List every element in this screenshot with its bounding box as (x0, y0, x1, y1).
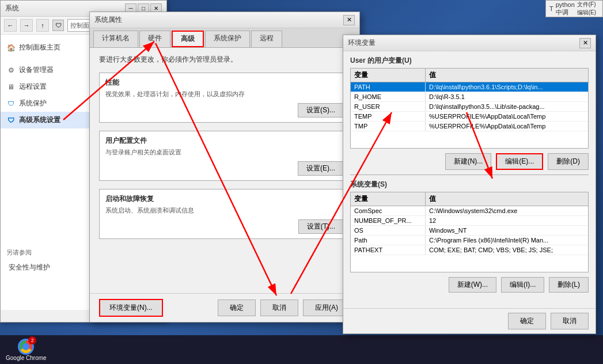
tab-hardware[interactable]: 硬件 (139, 31, 170, 47)
sidebar-remote-label: 远程设置 (19, 82, 47, 92)
user-row-temp[interactable]: TEMP %USERPROFILE%\AppData\Local\Temp (351, 112, 588, 122)
user-cell-rhome-var: R_HOME (351, 92, 426, 101)
sys-cell-path-val: C:\Program Files (x86)\Intel\Intel(R) Ma… (426, 236, 588, 245)
tab-computer-name[interactable]: 计算机名 (93, 31, 138, 47)
security-label: 安全性与维护 (9, 263, 50, 272)
see-also-label: 另请参阅 (6, 248, 89, 257)
performance-settings-button[interactable]: 设置(S)... (298, 103, 344, 117)
sidebar-device-label: 设备管理器 (19, 65, 54, 75)
tab-remote[interactable]: 远程 (251, 31, 282, 47)
sys-cell-path-var: Path (351, 236, 426, 245)
user-profile-settings-button[interactable]: 设置(E)... (298, 161, 344, 176)
user-cell-tmp-var: TMP (351, 122, 426, 131)
user-vars-table: 变量 值 PATH D:\lq\install\python3.6.1\Scri… (350, 68, 589, 149)
admin-notice: 要进行大多数更改，你必须作为管理员登录。 (99, 55, 350, 65)
sidebar-item-security[interactable]: 安全性与维护 (6, 259, 89, 276)
env-var-button[interactable]: 环境变量(N)... (99, 299, 163, 317)
startup-settings-button[interactable]: 设置(T)... (298, 219, 344, 234)
sys-cell-comspec-var: ComSpec (351, 206, 426, 215)
user-row-tmp[interactable]: TMP %USERPROFILE%\AppData\Local\Temp (351, 122, 588, 131)
edit-user-button[interactable]: 编辑(E)... (496, 153, 543, 170)
sys-cell-pathext-var: PATHEXT (351, 245, 426, 255)
sys-table-header: 变量 值 (351, 192, 588, 206)
sidebar-item-device-manager[interactable]: ⚙ 设备管理器 (1, 62, 95, 78)
advanced-icon: 🛡 (6, 116, 16, 125)
sys-props-dialog: 系统属性 ✕ 计算机名 硬件 高级 系统保护 远程 要进行大多数更改，你必须作为… (89, 12, 360, 323)
sys-buttons: 新建(W)... 编辑(I)... 删除(L) (343, 272, 596, 297)
taskbar-badge: 2 (28, 336, 36, 344)
sys-row-comspec[interactable]: ComSpec C:\Windows\system32\cmd.exe (351, 206, 588, 216)
sys-cell-num-var: NUMBER_OF_PR... (351, 216, 426, 225)
sys-row-pathext[interactable]: PATHEXT COM; EXE; BAT; CMD; VBS; VBE; JS… (351, 245, 588, 255)
sidebar-protection-label: 系统保护 (19, 98, 47, 108)
see-also-section: 另请参阅 安全性与维护 (1, 244, 95, 280)
sys-cell-os-var: OS (351, 226, 426, 235)
sys-col-val: 值 (426, 192, 588, 206)
ok-button[interactable]: 确定 (218, 299, 256, 316)
up-button[interactable]: ↑ (36, 19, 49, 32)
desktop: T python中调 文件(F) 编辑(E) 系统 ─ □ ✕ ← → ↑ 🛡 … (0, 0, 603, 364)
python-icon: T (549, 5, 553, 12)
footer-buttons: 确定 取消 应用(A) (218, 299, 350, 316)
user-table-header: 变量 值 (351, 69, 588, 82)
sys-cell-os-val: Windows_NT (426, 226, 588, 235)
delete-user-button[interactable]: 删除(D) (548, 153, 589, 170)
sidebar-item-advanced[interactable]: 🛡 高级系统设置 (1, 112, 95, 128)
user-cell-temp-var: TEMP (351, 112, 426, 121)
user-cell-temp-val: %USERPROFILE%\AppData\Local\Temp (426, 112, 588, 121)
shield-nav-icon: 🛡 (52, 20, 64, 31)
edit-sys-button[interactable]: 编辑(I)... (501, 277, 544, 293)
new-sys-button[interactable]: 新建(W)... (449, 277, 496, 293)
sys-cell-comspec-val: C:\Windows\system32\cmd.exe (426, 206, 588, 215)
python-window-hint: T python中调 文件(F) 编辑(E) (545, 0, 603, 17)
python-window-text: 文件(F) 编辑(E) (577, 1, 599, 17)
delete-sys-button[interactable]: 删除(L) (549, 277, 589, 293)
sidebar-item-home[interactable]: 🏠 控制面板主页 (1, 39, 95, 56)
startup-recovery-section: 启动和故障恢复 系统启动、系统崩溃和调试信息 设置(T)... (99, 189, 350, 239)
user-row-ruser[interactable]: R_USER D:\lq\install\python3.5...\Lib\si… (351, 102, 588, 112)
user-buttons: 新建(N)... 编辑(E)... 删除(D) (343, 149, 596, 175)
env-footer: 确定 取消 (343, 308, 596, 333)
user-profile-section: 用户配置文件 与登录账户相关的桌面设置 设置(E)... (99, 131, 350, 181)
performance-desc: 视觉效果，处理器计划，内存使用，以及虚拟内存 (105, 90, 344, 98)
user-col-var: 变量 (351, 69, 426, 82)
sidebar-home-label: 控制面板主页 (19, 43, 60, 52)
cancel-button[interactable]: 取消 (260, 299, 298, 316)
sys-cell-pathext-val: COM; EXE; BAT; CMD; VBS; VBE; JS; JSE; (426, 245, 588, 255)
sys-props-close[interactable]: ✕ (343, 15, 355, 25)
env-ok-button[interactable]: 确定 (508, 313, 546, 329)
tab-advanced[interactable]: 高级 (172, 31, 204, 47)
sys-row-path[interactable]: Path C:\Program Files (x86)\Intel\Intel(… (351, 236, 588, 245)
sys-vars-table: 变量 值 ComSpec C:\Windows\system32\cmd.exe… (350, 192, 589, 272)
user-cell-path-var: PATH (351, 82, 426, 92)
sys-row-num[interactable]: NUMBER_OF_PR... 12 (351, 216, 588, 226)
taskbar: 2 Google Chrome (0, 335, 603, 364)
performance-section: 性能 视觉效果，处理器计划，内存使用，以及虚拟内存 设置(S)... (99, 73, 350, 123)
python-title: python中调 (556, 1, 575, 17)
env-dialog-close[interactable]: ✕ (579, 38, 591, 48)
user-cell-tmp-val: %USERPROFILE%\AppData\Local\Temp (426, 122, 588, 131)
remote-icon: 🖥 (6, 82, 16, 92)
sidebar-item-remote[interactable]: 🖥 远程设置 (1, 78, 95, 95)
sys-props-body: 要进行大多数更改，你必须作为管理员登录。 性能 视觉效果，处理器计划，内存使用，… (90, 48, 359, 306)
env-dialog: 环境变量 ✕ User 的用户变量(U) 变量 值 PATH D:\lq\ins… (343, 35, 596, 334)
forward-button[interactable]: → (20, 19, 33, 32)
system-window-title: 系统 (5, 3, 19, 13)
tab-system-protection[interactable]: 系统保护 (205, 31, 250, 47)
new-user-button[interactable]: 新建(N)... (445, 153, 492, 170)
user-row-path[interactable]: PATH D:\lq\install\python3.6.1\Scripts;D… (351, 82, 588, 92)
env-cancel-button[interactable]: 取消 (551, 313, 589, 329)
user-cell-ruser-var: R_USER (351, 102, 426, 111)
user-row-rhome[interactable]: R_HOME D:\lq\R-3.5.1 (351, 92, 588, 102)
user-profile-desc: 与登录账户相关的桌面设置 (105, 148, 344, 157)
back-button[interactable]: ← (4, 19, 17, 32)
user-vars-title: User 的用户变量(U) (343, 51, 596, 68)
taskbar-chrome-label: Google Chrome (6, 355, 47, 361)
sidebar-item-protection[interactable]: 🛡 系统保护 (1, 95, 95, 112)
sys-row-os[interactable]: OS Windows_NT (351, 226, 588, 236)
taskbar-chrome[interactable]: 2 Google Chrome (0, 336, 52, 363)
sys-col-var: 变量 (351, 192, 426, 206)
user-cell-ruser-val: D:\lq\install\python3.5...\Lib\site-pack… (426, 102, 588, 111)
chrome-icon-wrap: 2 (18, 339, 34, 355)
startup-recovery-desc: 系统启动、系统崩溃和调试信息 (105, 206, 344, 215)
